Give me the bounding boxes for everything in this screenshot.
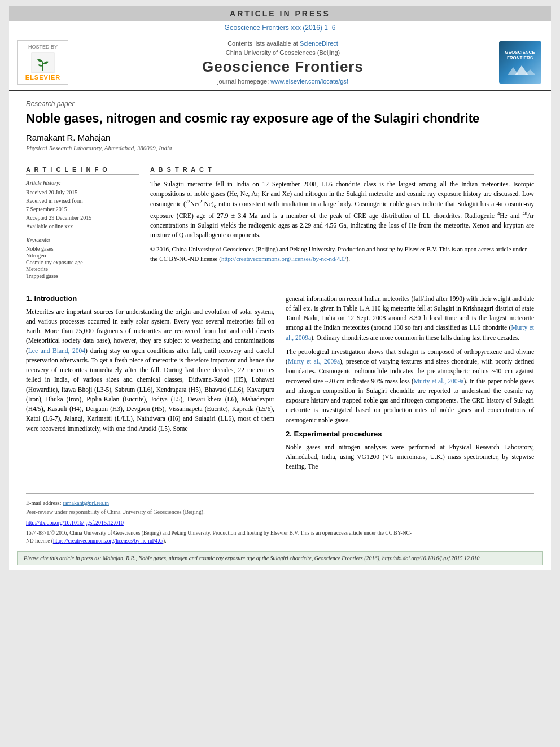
contents-text: Contents lists available at [228, 40, 298, 47]
keyword-4: Meteorite [26, 266, 139, 272]
article-in-press-banner: ARTICLE IN PRESS [9, 6, 551, 21]
journal-title-area: Contents lists available at ScienceDirec… [74, 40, 492, 85]
body-right-column: general information on recent Indian met… [286, 294, 534, 477]
history-title: Article history: [26, 180, 139, 186]
article-history-section: Article history: Received 20 July 2015 R… [26, 180, 139, 230]
article-info-column: A R T I C L E I N F O Article history: R… [26, 166, 139, 286]
journal-title: Geoscience Frontiers [74, 58, 492, 76]
hosted-by-label: HOSTED BY [28, 44, 58, 50]
contents-line: Contents lists available at ScienceDirec… [74, 40, 492, 47]
murty-link-2[interactable]: Murty et al., 2009a [288, 358, 340, 365]
revised-label: Received in revised form [26, 196, 139, 205]
intro-paragraph-3: The petrological investigation shows tha… [286, 347, 534, 425]
homepage-line: journal homepage: www.elsevier.com/locat… [74, 78, 492, 85]
journal-info-bar: Geoscience Frontiers xxx (2016) 1–6 [9, 21, 551, 34]
journal-header: HOSTED BY ELSEVIER Contents lists availa… [9, 34, 551, 91]
elsevier-name: ELSEVIER [25, 74, 60, 81]
banner-text: ARTICLE IN PRESS [230, 9, 330, 18]
keywords-title: Keywords: [26, 237, 139, 243]
intro-paragraph-2: general information on recent Indian met… [286, 294, 534, 343]
intro-title: Introduction [34, 294, 77, 303]
homepage-text: journal homepage: [217, 78, 269, 85]
journal-info-text: Geoscience Frontiers xxx (2016) 1–6 [225, 24, 336, 32]
issn-license-link[interactable]: https://creativecommons.org/licenses/by-… [53, 538, 163, 544]
logo-mountain-icon [505, 63, 536, 77]
keyword-2: Nitrogen [26, 252, 139, 259]
keyword-3: Cosmic ray exposure age [26, 259, 139, 265]
keywords-list: Noble gases Nitrogen Cosmic ray exposure… [26, 246, 139, 279]
available-online: Available online xxx [26, 222, 139, 230]
experimental-paragraph-1: Noble gases and nitrogen analyses were p… [286, 443, 534, 472]
page: ARTICLE IN PRESS Geoscience Frontiers xx… [9, 6, 551, 570]
main-content: Research paper Noble gases, nitrogen and… [9, 91, 551, 485]
received-date: Received 20 July 2015 [26, 188, 139, 196]
experimental-number: 2. [286, 430, 292, 438]
body-left-column: 1. Introduction Meteorites are important… [26, 294, 274, 477]
author-affiliation: Physical Research Laboratory, Ahmedabad,… [26, 145, 534, 151]
body-columns: 1. Introduction Meteorites are important… [26, 294, 534, 477]
article-info-label: A R T I C L E I N F O [26, 166, 139, 175]
abstract-column: A B S T R A C T The Sulagiri meteorite f… [150, 166, 534, 286]
intro-number: 1. [26, 294, 32, 303]
elsevier-logo-box: HOSTED BY ELSEVIER [18, 40, 68, 85]
header-divider [26, 160, 534, 160]
experimental-heading: 2. Experimental procedures [286, 430, 534, 438]
issn-line2: ND license (https://creativecommons.org/… [26, 538, 167, 544]
footer-email: E-mail address: ramakant@prl.res.in [9, 497, 551, 509]
issn-line1: 1674-8871/© 2016, China University of Ge… [26, 530, 412, 536]
university-line: China University of Geosciences (Beijing… [74, 49, 492, 56]
science-direct-link[interactable]: ScienceDirect [300, 40, 338, 47]
citation-bar: Please cite this article in press as: Ma… [18, 551, 542, 565]
footer-divider [26, 493, 534, 494]
keyword-5: Trapped gases [26, 273, 139, 279]
article-info-abstract-columns: A R T I C L E I N F O Article history: R… [26, 166, 534, 286]
journal-logo-area: GEOSCIENCEFRONTIERS [497, 40, 542, 85]
copyright-text: © 2016, China University of Geosciences … [150, 244, 534, 263]
email-link[interactable]: ramakant@prl.res.in [63, 500, 109, 506]
footer-doi: http://dx.doi.org/10.1016/j.gsf.2015.12.… [9, 518, 551, 527]
elsevier-icon [29, 51, 57, 74]
revised-date: 7 September 2015 [26, 205, 139, 213]
murty-link-1[interactable]: Murty et al., 2009a [286, 324, 534, 340]
geoscience-frontiers-logo: GEOSCIENCEFRONTIERS [499, 41, 541, 84]
author-name: Ramakant R. Mahajan [26, 133, 534, 142]
intro-heading: 1. Introduction [26, 294, 274, 303]
paper-type: Research paper [26, 100, 534, 108]
doi-link[interactable]: http://dx.doi.org/10.1016/j.gsf.2015.12.… [26, 519, 124, 526]
keywords-section: Keywords: Noble gases Nitrogen Cosmic ra… [26, 237, 139, 279]
abstract-text: The Sulagiri meteorite fell in India on … [150, 180, 534, 241]
murty-link-3[interactable]: Murty et al., 2009a [414, 378, 464, 385]
accepted-date: Accepted 29 December 2015 [26, 213, 139, 222]
paper-title: Noble gases, nitrogen and cosmic ray exp… [26, 111, 534, 127]
abstract-label: A B S T R A C T [150, 166, 534, 175]
homepage-url[interactable]: www.elsevier.com/locate/gsf [270, 78, 348, 85]
footer-peer-review: Peer-review under responsibility of Chin… [9, 509, 551, 518]
experimental-title: Experimental procedures [294, 430, 382, 438]
logo-text: GEOSCIENCEFRONTIERS [503, 48, 536, 63]
keyword-1: Noble gases [26, 246, 139, 252]
email-label: E-mail address: [26, 500, 61, 506]
license-link[interactable]: http://creativecommons.org/licenses/by-n… [221, 255, 347, 262]
footer-issn: 1674-8871/© 2016, China University of Ge… [9, 527, 551, 547]
citation-text: Please cite this article in press as: Ma… [24, 555, 479, 561]
intro-paragraph-1: Meteorites are important sources for und… [26, 307, 274, 434]
lee-bland-link[interactable]: Lee and Bland, 2004 [28, 347, 85, 354]
